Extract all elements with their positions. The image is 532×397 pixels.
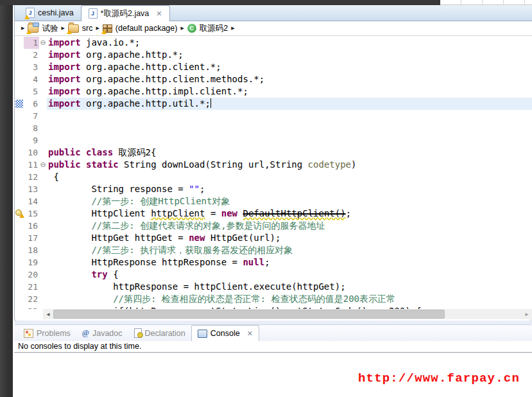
marker-column[interactable] xyxy=(15,232,24,244)
code-line[interactable]: 6import org.apache.http.util.*; xyxy=(15,98,532,110)
marker-column[interactable] xyxy=(15,110,24,122)
marker-column[interactable] xyxy=(15,256,24,269)
scrollbar-thumb[interactable] xyxy=(53,310,445,319)
code-text: //第一步: 创建HttpClient对象 xyxy=(47,195,532,207)
marker-column[interactable] xyxy=(15,49,24,61)
code-line[interactable]: 4import org.apache.http.client.methods.*… xyxy=(15,73,532,85)
code-line[interactable]: 20 try { xyxy=(15,269,532,281)
code-text: //第四步: 检查相应的状态是否正常: 检查状态码的值是200表示正常 xyxy=(47,293,532,305)
javadoc-icon xyxy=(82,328,89,338)
view-tab-label: Declaration xyxy=(145,329,185,338)
code-line[interactable]: 17 HttpGet httpGet = new HttpGet(url); xyxy=(15,232,532,244)
breadcrumb-item-project[interactable]: 试验 xyxy=(28,23,58,34)
marker-column[interactable] xyxy=(15,244,24,256)
breadcrumb-item-class[interactable]: 取源码2 xyxy=(187,23,228,34)
marker-column[interactable] xyxy=(15,269,24,281)
code-line[interactable]: 21 httpResponse = httpClient.execute(htt… xyxy=(15,281,532,293)
marker-column[interactable] xyxy=(15,305,24,309)
code-line[interactable]: 18 //第三步: 执行请求，获取服务器发还的相应对象 xyxy=(15,244,532,256)
code-text xyxy=(47,134,532,146)
marker-column[interactable] xyxy=(15,159,24,171)
marker-column[interactable] xyxy=(15,61,24,73)
line-number: 9 xyxy=(24,134,39,146)
line-number: 16 xyxy=(24,220,39,232)
code-line[interactable]: 5import org.apache.http.impl.client.*; xyxy=(15,85,532,98)
line-number: 6 xyxy=(24,98,39,110)
breadcrumb-arrow-icon[interactable] xyxy=(61,26,64,31)
marker-column[interactable] xyxy=(15,85,24,98)
code-line[interactable]: 13 String response = ""; xyxy=(15,183,532,195)
marker-column[interactable] xyxy=(15,207,24,220)
scroll-right-arrow-icon[interactable] xyxy=(522,312,532,317)
tab-ceshi-java[interactable]: ceshi.java xyxy=(19,5,81,21)
breadcrumb-arrow-icon[interactable] xyxy=(180,26,184,31)
console-close-icon[interactable] xyxy=(247,330,253,337)
fold-column xyxy=(39,49,47,61)
tab-declaration[interactable]: Declaration xyxy=(128,325,191,341)
line-number: 22 xyxy=(24,293,39,305)
line-number: 23 xyxy=(24,305,39,309)
scroll-left-arrow-icon[interactable] xyxy=(43,312,53,317)
marker-column[interactable] xyxy=(15,293,24,305)
tab-javadoc[interactable]: Javadoc xyxy=(76,325,128,341)
marker-column[interactable] xyxy=(15,220,24,232)
code-line[interactable]: 3import org.apache.http.client.*; xyxy=(15,61,532,73)
tab-quyuanma2-java[interactable]: *取源码2.java xyxy=(81,5,170,21)
code-text: HttpClient httpClient = new DefaultHttpC… xyxy=(47,207,532,220)
code-line[interactable]: 11⊖public static String downLoad(String … xyxy=(15,159,532,171)
code-line[interactable]: 15 HttpClient httpClient = new DefaultHt… xyxy=(15,207,532,220)
code-line[interactable]: 14 //第一步: 创建HttpClient对象 xyxy=(15,195,532,207)
marker-column[interactable] xyxy=(15,73,24,85)
tab-problems[interactable]: Problems xyxy=(18,325,76,341)
line-number: 7 xyxy=(24,110,39,122)
fold-column xyxy=(39,73,47,85)
eclipse-window: ceshi.java *取源码2.java 试验 src (defau xyxy=(0,0,532,397)
marker-column[interactable] xyxy=(15,195,24,207)
fold-toggle-icon[interactable]: ⊖ xyxy=(39,37,47,49)
fold-column xyxy=(39,134,47,146)
lightbulb-warning-icon[interactable] xyxy=(15,209,24,218)
fold-column xyxy=(39,207,47,220)
code-line[interactable]: 12 { xyxy=(15,171,532,183)
marker-column[interactable] xyxy=(15,281,24,293)
fold-column xyxy=(39,85,47,98)
marker-column[interactable] xyxy=(15,134,24,146)
marker-column[interactable] xyxy=(15,37,24,49)
breadcrumb-arrow-icon[interactable] xyxy=(231,26,234,31)
code-text: import java.io.*; xyxy=(47,37,532,49)
fold-toggle-icon[interactable]: ⊖ xyxy=(39,159,47,171)
breadcrumb-item-package[interactable]: (default package) xyxy=(103,24,178,33)
code-line[interactable]: 16 //第二步: 创建代表请求的对象,参数是访问的服务器地址 xyxy=(15,220,532,232)
marker-column[interactable] xyxy=(15,122,24,134)
code-line[interactable]: 10public class 取源码2{ xyxy=(15,146,532,159)
fold-column xyxy=(39,220,47,232)
fold-column xyxy=(39,146,47,159)
code-line[interactable]: 19 HttpResponse httpResponse = null; xyxy=(15,256,532,269)
marker-column[interactable] xyxy=(15,183,24,195)
code-text: { xyxy=(47,171,532,183)
marker-column[interactable] xyxy=(15,171,24,183)
package-warning-icon xyxy=(103,24,112,33)
breadcrumb-label: 试验 xyxy=(42,23,58,34)
fold-column xyxy=(39,122,47,134)
code-line[interactable]: 1⊖import java.io.*; xyxy=(15,37,532,49)
code-line[interactable]: 22 //第四步: 检查相应的状态是否正常: 检查状态码的值是200表示正常 xyxy=(15,293,532,305)
code-line[interactable]: 2import org.apache.http.*; xyxy=(15,49,532,61)
code-line[interactable]: 7 xyxy=(15,110,532,122)
code-text: import org.apache.http.impl.client.*; xyxy=(47,85,532,98)
tab-console[interactable]: Console xyxy=(191,325,259,341)
breadcrumb-arrow-icon[interactable] xyxy=(96,26,99,31)
code-text xyxy=(47,122,532,134)
code-line[interactable]: 9 xyxy=(15,134,532,146)
code-line[interactable]: 8 xyxy=(15,122,532,134)
line-number: 20 xyxy=(24,269,39,281)
marker-column[interactable] xyxy=(15,98,24,110)
breadcrumb-item-src[interactable]: src xyxy=(68,24,93,33)
line-number: 11 xyxy=(24,159,39,171)
breadcrumb-arrow-icon[interactable] xyxy=(21,26,24,31)
fold-column xyxy=(39,183,47,195)
horizontal-scrollbar[interactable] xyxy=(43,309,532,319)
code-text: public static String downLoad(String url… xyxy=(47,159,532,171)
marker-column[interactable] xyxy=(15,146,24,159)
close-icon[interactable] xyxy=(156,10,162,17)
